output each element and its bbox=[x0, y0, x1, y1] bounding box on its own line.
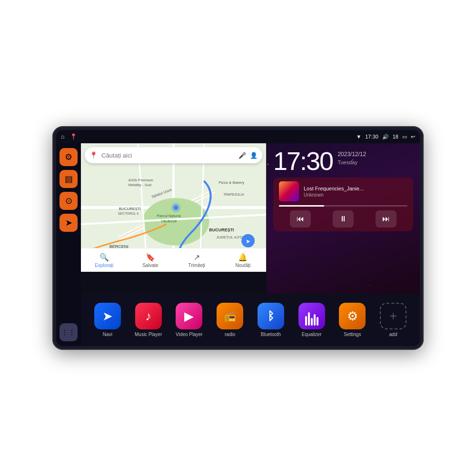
map-nav-bar: 🔍 Explorați 🔖 Salvate ↗ Trimiteți bbox=[81, 248, 266, 272]
app-add[interactable]: + add bbox=[374, 303, 412, 337]
news-icon: 🔔 bbox=[238, 253, 248, 262]
mic-icon[interactable]: 🎤 bbox=[238, 152, 246, 159]
track-info: Lost Frequencies_Janie... Unknown bbox=[304, 186, 407, 198]
bluetooth-icon: ᛒ bbox=[258, 303, 284, 329]
prev-btn[interactable]: ⏮ bbox=[290, 210, 311, 228]
explore-icon: 🔍 bbox=[99, 253, 109, 262]
radio-label: radio bbox=[225, 332, 235, 337]
clock-date: 2023/12/12 Tuesday bbox=[337, 148, 366, 167]
explore-label: Explorați bbox=[95, 263, 113, 268]
battery-level: 18 bbox=[393, 134, 398, 139]
top-panels: AXIS Premium Mobility - Sud Pizza & Bake… bbox=[81, 143, 420, 294]
svg-text:➤: ➤ bbox=[246, 238, 250, 245]
map-nav-news[interactable]: 🔔 Noutăți bbox=[220, 253, 266, 268]
svg-text:JUDEȚUL ILFOV: JUDEȚUL ILFOV bbox=[216, 235, 245, 239]
music-player-icon: ♪ bbox=[135, 303, 162, 329]
content-area: AXIS Premium Mobility - Sud Pizza & Bake… bbox=[81, 143, 420, 346]
location-icon[interactable]: 📍 bbox=[70, 133, 77, 140]
music-controls: ⏮ ⏸ ⏭ bbox=[279, 210, 407, 228]
battery-icon: ▭ bbox=[402, 134, 407, 140]
navi-label: Navi bbox=[103, 332, 112, 337]
add-label: add bbox=[389, 332, 397, 337]
saved-label: Salvate bbox=[142, 263, 158, 268]
svg-text:BUCUREȘTI: BUCUREȘTI bbox=[209, 228, 234, 232]
back-icon[interactable]: ↩ bbox=[411, 134, 415, 140]
sidebar-apps-btn[interactable]: ⋮⋮ bbox=[60, 323, 78, 341]
music-info: Lost Frequencies_Janie... Unknown bbox=[279, 181, 407, 201]
sidebar: ⚙ ▤ ⊙ ➤ ⋮⋮ bbox=[56, 143, 81, 346]
grid-icon: ⋮⋮ bbox=[61, 328, 76, 336]
status-bar: ⌂ 📍 ▼ 17:30 🔊 18 ▭ ↩ bbox=[56, 130, 420, 143]
track-artist: Unknown bbox=[304, 192, 407, 198]
sidebar-nav-btn[interactable]: ➤ bbox=[60, 214, 78, 232]
send-label: Trimiteți bbox=[188, 263, 205, 268]
map-nav-saved[interactable]: 🔖 Salvate bbox=[127, 253, 173, 268]
wifi-icon: ▼ bbox=[356, 134, 361, 139]
svg-text:BUCUREȘTI: BUCUREȘTI bbox=[119, 207, 141, 211]
add-icon: + bbox=[380, 303, 407, 329]
video-player-icon: ▶ bbox=[176, 303, 202, 329]
right-panel: 17:30 2023/12/12 Tuesday bbox=[267, 143, 420, 294]
map-pin-icon: 📍 bbox=[89, 151, 98, 159]
video-player-label: Video Player bbox=[176, 332, 203, 337]
svg-text:Pizza & Bakery: Pizza & Bakery bbox=[218, 180, 244, 185]
album-art-inner bbox=[279, 181, 299, 201]
album-art bbox=[279, 181, 299, 201]
sidebar-folder-btn[interactable]: ▤ bbox=[60, 170, 78, 188]
app-bluetooth[interactable]: ᛒ Bluetooth bbox=[252, 303, 290, 337]
svg-text:AXIS Premium: AXIS Premium bbox=[129, 178, 154, 182]
clock-status: 17:30 bbox=[365, 134, 378, 139]
map-nav-explore[interactable]: 🔍 Explorați bbox=[81, 253, 127, 268]
app-navi[interactable]: ➤ Navi bbox=[89, 303, 127, 337]
track-name: Lost Frequencies_Janie... bbox=[304, 186, 407, 191]
news-label: Noutăți bbox=[236, 263, 251, 268]
settings-label: Settings bbox=[344, 332, 361, 337]
account-icon[interactable]: 👤 bbox=[250, 152, 258, 159]
navi-icon: ➤ bbox=[94, 303, 121, 329]
map-search-bar[interactable]: 📍 🎤 👤 bbox=[85, 147, 262, 163]
map-search-input[interactable] bbox=[101, 152, 235, 159]
main-area: ⚙ ▤ ⊙ ➤ ⋮⋮ bbox=[56, 143, 420, 346]
music-player: Lost Frequencies_Janie... Unknown ⏮ ⏸ ⏭ bbox=[273, 178, 413, 231]
nav-arrow-icon: ➤ bbox=[65, 218, 72, 228]
svg-text:SECTORUL 4: SECTORUL 4 bbox=[118, 212, 139, 215]
svg-point-23 bbox=[174, 205, 178, 210]
svg-text:Parcul Natural: Parcul Natural bbox=[157, 214, 181, 218]
progress-fill bbox=[279, 205, 324, 207]
app-grid: ➤ Navi ♪ Music Player ▶ Video Player 📻 r… bbox=[81, 294, 420, 346]
pause-btn[interactable]: ⏸ bbox=[333, 210, 354, 228]
volume-icon: 🔊 bbox=[382, 134, 389, 140]
send-icon: ↗ bbox=[194, 253, 200, 262]
sidebar-map-btn[interactable]: ⊙ bbox=[60, 192, 78, 210]
sidebar-settings-btn[interactable]: ⚙ bbox=[60, 148, 78, 166]
radio-icon: 📻 bbox=[217, 303, 243, 329]
equalizer-label: Equalizer bbox=[302, 332, 322, 337]
app-radio[interactable]: 📻 radio bbox=[211, 303, 249, 337]
next-btn[interactable]: ⏭ bbox=[376, 210, 397, 228]
map-icon: ⊙ bbox=[65, 196, 72, 206]
clock-area: 17:30 2023/12/12 Tuesday bbox=[273, 148, 413, 174]
folder-icon: ▤ bbox=[65, 174, 73, 184]
app-music-player[interactable]: ♪ Music Player bbox=[129, 303, 168, 337]
date-value: 2023/12/12 bbox=[337, 150, 366, 159]
device-screen: ⌂ 📍 ▼ 17:30 🔊 18 ▭ ↩ ⚙ ▤ bbox=[56, 130, 420, 346]
clock-time: 17:30 bbox=[273, 148, 333, 174]
app-equalizer[interactable]: Equalizer bbox=[293, 303, 331, 337]
bluetooth-label: Bluetooth bbox=[261, 332, 281, 337]
svg-text:TRAPEZULUI: TRAPEZULUI bbox=[223, 193, 244, 196]
app-video-player[interactable]: ▶ Video Player bbox=[170, 303, 208, 337]
saved-icon: 🔖 bbox=[146, 253, 155, 262]
day-value: Tuesday bbox=[337, 159, 366, 167]
home-icon[interactable]: ⌂ bbox=[61, 133, 64, 140]
map-panel[interactable]: AXIS Premium Mobility - Sud Pizza & Bake… bbox=[81, 143, 267, 272]
device-frame: ⌂ 📍 ▼ 17:30 🔊 18 ▭ ↩ ⚙ ▤ bbox=[52, 126, 424, 350]
svg-text:Mobility - Sud: Mobility - Sud bbox=[129, 183, 151, 187]
progress-bar[interactable] bbox=[279, 205, 407, 207]
svg-text:Văcărești: Văcărești bbox=[161, 219, 177, 223]
settings-app-icon: ⚙ bbox=[339, 303, 366, 329]
equalizer-icon bbox=[298, 303, 325, 329]
music-player-label: Music Player bbox=[135, 332, 162, 337]
settings-icon: ⚙ bbox=[65, 152, 72, 162]
app-settings[interactable]: ⚙ Settings bbox=[334, 303, 372, 337]
map-nav-send[interactable]: ↗ Trimiteți bbox=[174, 253, 220, 268]
